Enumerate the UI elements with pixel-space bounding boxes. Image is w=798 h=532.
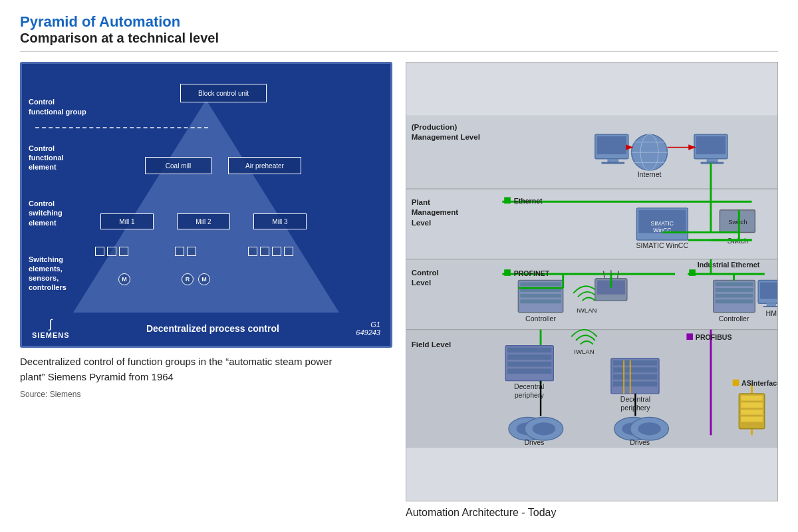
svg-rect-10 (601, 162, 624, 164)
svg-rect-13 (701, 162, 724, 164)
siemens-footer: ∫ SIEMENS Decentralized process control … (32, 317, 380, 339)
siemens-logo: ∫ SIEMENS (32, 317, 70, 339)
svg-rect-43 (507, 368, 551, 374)
svg-rect-46 (613, 367, 657, 372)
profibus-dot (686, 333, 693, 340)
svg-text:Management Level: Management Level (412, 133, 480, 141)
svg-rect-28 (520, 282, 561, 286)
switch-sq9 (284, 247, 293, 256)
drives-center-label: Drives (630, 438, 650, 446)
svg-point-57 (638, 422, 661, 435)
svg-rect-48 (613, 382, 657, 387)
plant-level-label: Plant (412, 198, 430, 206)
svg-point-54 (533, 422, 556, 435)
siemens-footer-label: Decentralized process control (70, 323, 356, 334)
svg-text:Switch: Switch (728, 218, 747, 225)
switch-sq7 (260, 247, 269, 256)
svg-rect-59 (741, 402, 763, 408)
controller-left-label: Controller (525, 315, 556, 323)
arch-caption: Automation Architecture - Today (406, 507, 778, 519)
mill3-box: Mill 3 (253, 213, 307, 229)
svg-rect-9 (608, 159, 618, 162)
svg-rect-47 (613, 374, 657, 380)
svg-text:Management: Management (412, 208, 459, 216)
svg-rect-36 (760, 282, 777, 299)
field-level-label: Field Level (412, 340, 452, 348)
block-control-unit-box: Block control unit (180, 84, 267, 102)
svg-rect-58 (741, 396, 763, 401)
switch-sq8 (272, 247, 281, 256)
siemens-code: G1 649243 (356, 321, 380, 336)
switch-sq6 (248, 247, 257, 256)
svg-rect-45 (613, 360, 657, 366)
page-subtitle: Comparison at a technical level (20, 31, 778, 46)
asinterface-dot (733, 380, 739, 386)
iwlan-field-label: IWLAN (574, 348, 594, 355)
svg-rect-42 (507, 362, 551, 367)
decentral-left-label: Decentral (514, 382, 544, 390)
source-text: Source: Siemens (20, 390, 392, 399)
internet-label: Internet (638, 170, 662, 178)
mill1-box: Mill 1 (100, 213, 154, 229)
ethernet-dot (504, 198, 511, 204)
svg-rect-32 (716, 282, 753, 286)
motor-m2: M (198, 273, 210, 285)
label-switch-elem: Switching elements, sensors, controllers (29, 255, 88, 293)
profinet-label: PROFINET (514, 269, 550, 277)
svg-rect-41 (507, 354, 551, 360)
svg-rect-61 (741, 416, 763, 422)
svg-rect-31 (520, 299, 561, 303)
prod-level-label: (Production) (412, 123, 458, 131)
wincc-label: SIMATIC WinCC (636, 241, 689, 249)
svg-text:Level: Level (412, 219, 432, 227)
hmi-label: HMI (766, 309, 777, 317)
motor-r1: R (182, 273, 194, 285)
asinterface-label: ASInterface (741, 379, 777, 387)
switch-sq2 (107, 247, 116, 256)
ind-eth-dot (689, 269, 696, 276)
label-control-se: Control switching element (29, 199, 88, 227)
svg-rect-40 (507, 348, 551, 353)
air-preheater-box: Air preheater (228, 157, 301, 174)
label-control-fe: Control functional element (29, 144, 88, 172)
arch-svg: (Production) Management Level Plant Mana… (406, 63, 777, 501)
svg-rect-33 (716, 288, 753, 292)
svg-rect-37 (767, 303, 776, 306)
control-level-label: Control (412, 269, 439, 277)
switch-sq5 (187, 247, 196, 256)
profinet-dot (504, 269, 511, 276)
svg-text:periphery: periphery (515, 391, 545, 399)
content-row: Block control unit Coal mill Air preheat… (20, 62, 778, 519)
right-panel: (Production) Management Level Plant Mana… (406, 62, 778, 519)
switch-sq3 (119, 247, 128, 256)
controller-right-label: Controller (719, 315, 749, 323)
drives-left-label: Drives (524, 438, 544, 446)
page-title-blue: Pyramid of Automation (20, 13, 778, 31)
profibus-label: PROFIBUS (696, 333, 732, 341)
switch-sq4 (175, 247, 184, 256)
svg-rect-8 (597, 136, 626, 154)
svg-rect-35 (716, 299, 753, 303)
svg-rect-11 (696, 136, 726, 154)
svg-rect-12 (707, 159, 717, 162)
left-panel: Block control unit Coal mill Air preheat… (20, 62, 392, 519)
mill2-box: Mill 2 (177, 213, 230, 229)
svg-rect-60 (741, 410, 763, 415)
ethernet-label: Ethernet (514, 197, 543, 205)
svg-rect-34 (716, 294, 753, 298)
svg-rect-38 (763, 306, 777, 307)
page: Pyramid of Automation Comparison at a te… (0, 0, 798, 532)
svg-rect-30 (520, 294, 561, 298)
pyramid-diagram: Block control unit Coal mill Air preheat… (20, 62, 392, 348)
iwlan-ctrl-label: IWLAN (577, 307, 597, 314)
motor-m1: M (118, 273, 130, 285)
svg-text:Level: Level (412, 279, 432, 287)
siemens-logo-text: SIEMENS (32, 331, 70, 339)
pyramid-labels: Control functional group Control functio… (29, 64, 88, 346)
industrial-ethernet-label: Industrial Ethernet (698, 261, 760, 269)
label-control-fg: Control functional group (29, 97, 88, 116)
siemens-logo-symbol: ∫ (49, 317, 53, 331)
coal-mill-box: Coal mill (145, 157, 211, 174)
svg-text:SIMATIC: SIMATIC (651, 220, 674, 227)
left-caption: Decentralized control of function groups… (20, 354, 352, 384)
